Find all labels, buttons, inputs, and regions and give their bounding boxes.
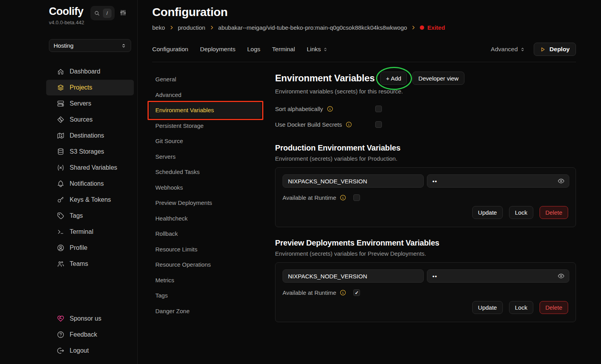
sidebar-item-shared-variables[interactable]: Shared Variables [46, 160, 134, 176]
preview-section-title: Preview Deployments Environment Variable… [275, 238, 576, 247]
map-icon [57, 132, 65, 140]
docker-build-secrets-label: Use Docker Build Secrets [275, 121, 342, 128]
settings-sliders-icon[interactable] [119, 9, 127, 16]
chevron-updown-icon [323, 47, 328, 52]
search-button[interactable]: / [90, 6, 115, 20]
breadcrumb: beko production abubakar--meigag/vid-tub… [152, 24, 576, 31]
available-at-runtime-checkbox[interactable] [353, 289, 360, 296]
sidebar-item-label: S3 Storages [70, 148, 104, 155]
breadcrumb-environment[interactable]: production [178, 24, 205, 31]
subnav-resource-limits[interactable]: Resource Limits [149, 242, 261, 257]
tag-icon [57, 212, 65, 220]
tab-configuration[interactable]: Configuration [152, 46, 188, 53]
sidebar-item-sponsor[interactable]: Sponsor us [46, 311, 134, 326]
subnav-label: Environment Variables [155, 107, 214, 113]
eye-icon[interactable] [557, 272, 565, 280]
delete-button[interactable]: Delete [540, 301, 568, 314]
status-dot [420, 25, 424, 30]
developer-view-button[interactable]: Developer view [412, 72, 464, 85]
docker-build-secrets-row: Use Docker Build Secrets [275, 117, 576, 132]
page-title: Configuration [152, 5, 576, 19]
sidebar-item-label: Feedback [70, 331, 97, 338]
variable-key-input[interactable] [283, 174, 424, 188]
deploy-button[interactable]: Deploy [534, 43, 576, 56]
subnav-advanced[interactable]: Advanced [149, 87, 261, 103]
subnav-healthcheck[interactable]: Healthcheck [149, 211, 261, 226]
breadcrumb-team[interactable]: beko [152, 24, 165, 31]
delete-button[interactable]: Delete [540, 206, 568, 219]
sidebar-item-notifications[interactable]: Notifications [46, 176, 134, 192]
tab-deployments[interactable]: Deployments [200, 46, 235, 53]
subnav-servers[interactable]: Servers [149, 149, 261, 165]
subnav-persistent-storage[interactable]: Persistent Storage [149, 118, 261, 134]
docker-build-secrets-checkbox[interactable] [375, 121, 382, 128]
sidebar-item-dashboard[interactable]: Dashboard [46, 64, 134, 79]
sidebar-item-servers[interactable]: Servers [46, 96, 134, 111]
sidebar-item-profile[interactable]: Profile [46, 240, 134, 256]
sidebar: Coolify v4.0.0-beta.442 / Hosting Dashbo… [0, 0, 138, 364]
subnav-environment-variables[interactable]: Environment Variables [149, 102, 261, 118]
sidebar-item-destinations[interactable]: Destinations [46, 128, 134, 143]
sidebar-item-label: Teams [70, 260, 88, 267]
layers-icon [57, 84, 65, 91]
server-icon [57, 100, 65, 108]
sidebar-item-keys-tokens[interactable]: Keys & Tokens [46, 192, 134, 208]
search-icon [94, 10, 100, 16]
sidebar-item-terminal[interactable]: Terminal [46, 224, 134, 240]
sidebar-header: Coolify v4.0.0-beta.442 / [46, 5, 134, 25]
available-at-runtime-label: Available at Runtime [283, 289, 336, 296]
add-variable-button[interactable]: + Add [380, 72, 407, 85]
team-select-value: Hosting [54, 42, 74, 49]
sidebar-item-feedback[interactable]: Feedback [46, 327, 134, 342]
tab-terminal[interactable]: Terminal [272, 46, 295, 53]
breadcrumb-resource[interactable]: abubakar--meigag/vid-tube-beko-pro:main-… [218, 24, 407, 31]
sidebar-item-projects[interactable]: Projects [46, 80, 134, 95]
variable-value-input[interactable] [427, 174, 569, 188]
key-icon [57, 196, 65, 204]
subnav-tags[interactable]: Tags [149, 288, 261, 303]
user-circle-icon [57, 244, 65, 252]
tab-links[interactable]: Links [307, 46, 328, 53]
subnav-metrics[interactable]: Metrics [149, 273, 261, 288]
chevron-updown-icon [520, 47, 525, 52]
help-circle-icon [57, 331, 65, 339]
sidebar-item-label: Shared Variables [70, 164, 117, 171]
sort-alphabetically-label: Sort alphabetically [275, 106, 323, 112]
eye-icon[interactable] [557, 177, 565, 185]
production-variable-card: Available at Runtime Update Lock Delete [275, 167, 576, 227]
update-button[interactable]: Update [472, 206, 503, 219]
available-at-runtime-checkbox[interactable] [353, 194, 360, 201]
subnav-preview-deployments[interactable]: Preview Deployments [149, 195, 261, 211]
tabbar: Configuration Deployments Logs Terminal … [152, 43, 576, 62]
sidebar-item-sources[interactable]: Sources [46, 112, 134, 127]
preview-section-description: Environment (secrets) variables for Prev… [275, 250, 576, 257]
subnav-git-source[interactable]: Git Source [149, 133, 261, 149]
chevron-updown-icon [121, 43, 126, 48]
env-variables-title: Environment Variables [275, 73, 375, 84]
sidebar-item-s3-storages[interactable]: S3 Storages [46, 144, 134, 160]
subnav-rollback[interactable]: Rollback [149, 226, 261, 242]
play-icon [540, 47, 546, 52]
sidebar-item-label: Servers [70, 100, 91, 107]
team-select[interactable]: Hosting [49, 39, 131, 52]
update-button[interactable]: Update [472, 301, 503, 314]
sort-alphabetically-checkbox[interactable] [375, 106, 382, 112]
sort-alphabetically-row: Sort alphabetically [275, 101, 576, 117]
info-icon [340, 289, 346, 296]
subnav-general[interactable]: General [149, 72, 261, 87]
sidebar-item-logout[interactable]: Logout [46, 343, 134, 359]
subnav-webhooks[interactable]: Webhooks [149, 180, 261, 195]
lock-button[interactable]: Lock [509, 206, 533, 219]
home-icon [57, 68, 65, 75]
sidebar-item-teams[interactable]: Teams [46, 256, 134, 272]
variable-value-input[interactable] [427, 269, 569, 283]
sidebar-item-tags[interactable]: Tags [46, 208, 134, 224]
lock-button[interactable]: Lock [509, 301, 533, 314]
subnav-danger-zone[interactable]: Danger Zone [149, 303, 261, 319]
advanced-dropdown[interactable]: Advanced [491, 46, 525, 53]
variable-key-input[interactable] [283, 269, 424, 283]
subnav-scheduled-tasks[interactable]: Scheduled Tasks [149, 164, 261, 180]
tab-logs[interactable]: Logs [247, 46, 261, 53]
subnav-resource-operations[interactable]: Resource Operations [149, 257, 261, 273]
sidebar-item-label: Destinations [70, 132, 104, 139]
